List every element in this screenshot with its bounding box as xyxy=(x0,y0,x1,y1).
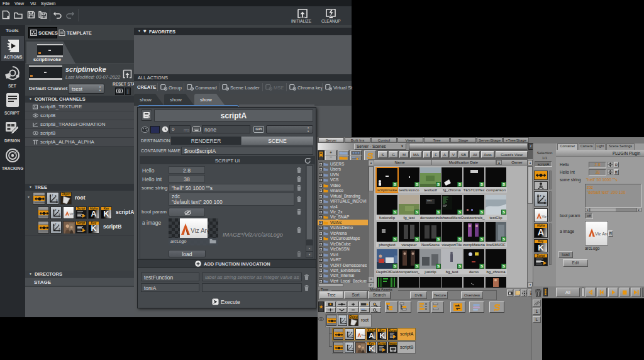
svg-text:z: z xyxy=(55,208,57,211)
svg-text:x: x xyxy=(352,334,353,337)
svg-text:z: z xyxy=(341,317,343,320)
svg-text:x: x xyxy=(352,347,353,350)
svg-text:z: z xyxy=(348,331,350,334)
svg-text:x: x xyxy=(59,213,61,216)
svg-text:demo: demo xyxy=(427,200,432,202)
svg-text:x: x xyxy=(59,227,61,230)
svg-text:z: z xyxy=(348,344,350,347)
svg-text:Viz Arc: Viz Arc xyxy=(595,232,608,236)
svg-text:Viz Ar: Viz Ar xyxy=(542,215,548,218)
svg-text:z: z xyxy=(52,193,53,197)
svg-text:z: z xyxy=(540,194,541,198)
svg-text:z: z xyxy=(55,223,57,226)
svg-text:Viz Ar: Viz Ar xyxy=(69,213,75,216)
svg-text:x: x xyxy=(56,198,58,201)
svg-text:x: x xyxy=(544,198,546,202)
svg-text:Viz Arc: Viz Arc xyxy=(191,227,208,234)
svg-text:x: x xyxy=(345,320,347,323)
svg-text:Viz Ar: Viz Ar xyxy=(361,334,366,337)
